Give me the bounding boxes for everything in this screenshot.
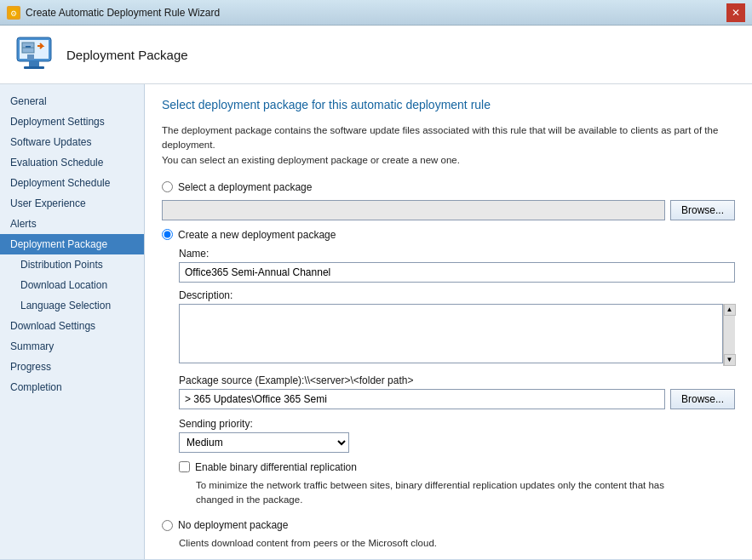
no-deploy-desc: Clients download content from peers or t…: [179, 538, 735, 548]
title-bar: ⚙ Create Automatic Deployment Rule Wizar…: [0, 0, 752, 26]
header-title: Deployment Package: [66, 48, 188, 62]
select-package-group: Select a deployment package Browse...: [162, 181, 735, 220]
sidebar-item-deployment-settings[interactable]: Deployment Settings: [0, 111, 144, 132]
description-label: Description:: [179, 289, 735, 301]
description-wrapper: ▲ ▼: [179, 304, 735, 366]
select-package-input-row: Browse...: [162, 200, 735, 220]
sidebar-item-evaluation-schedule[interactable]: Evaluation Schedule: [0, 152, 144, 173]
svg-rect-5: [24, 66, 44, 69]
sidebar-item-user-experience[interactable]: User Experience: [0, 193, 144, 214]
title-bar-left: ⚙ Create Automatic Deployment Rule Wizar…: [7, 6, 220, 20]
sidebar-item-general[interactable]: General: [0, 91, 144, 111]
create-package-group: Create a new deployment package Name: De…: [162, 229, 735, 508]
select-package-input[interactable]: [162, 200, 665, 220]
content-title: Select deployment package for this autom…: [162, 98, 735, 111]
sending-priority-label: Sending priority:: [179, 418, 735, 430]
header-icon: [14, 34, 55, 75]
header-area: Deployment Package: [0, 26, 752, 84]
title-bar-title: Create Automatic Deployment Rule Wizard: [26, 7, 220, 19]
no-deploy-row: No deployment package: [162, 519, 735, 531]
svg-rect-4: [29, 61, 39, 66]
sidebar-item-summary[interactable]: Summary: [0, 336, 144, 357]
binary-diff-desc: To minimize the network traffic between …: [196, 478, 735, 508]
create-package-label: Create a new deployment package: [178, 229, 336, 241]
sidebar-item-download-settings[interactable]: Download Settings: [0, 316, 144, 336]
textarea-scrollbar: ▲ ▼: [723, 304, 735, 366]
svg-text:⚙: ⚙: [10, 9, 17, 18]
sending-priority-select[interactable]: Low Medium High: [179, 432, 349, 453]
new-package-section: Name: Description: ▲ ▼ Package source (E…: [179, 248, 735, 508]
sidebar: General Deployment Settings Software Upd…: [0, 84, 145, 559]
no-deploy-label: No deployment package: [178, 519, 288, 531]
content-area: Select deployment package for this autom…: [145, 84, 752, 559]
main-layout: General Deployment Settings Software Upd…: [0, 84, 752, 559]
sidebar-item-progress[interactable]: Progress: [0, 357, 144, 377]
description-text: The deployment package contains the soft…: [162, 123, 735, 168]
name-input[interactable]: [179, 262, 735, 283]
sidebar-item-alerts[interactable]: Alerts: [0, 214, 144, 234]
sidebar-item-distribution-points[interactable]: Distribution Points: [0, 254, 144, 275]
binary-diff-row: Enable binary differential replication: [179, 461, 735, 473]
sidebar-item-deployment-package[interactable]: Deployment Package: [0, 234, 144, 254]
create-package-row: Create a new deployment package: [162, 229, 735, 241]
description-textarea[interactable]: [179, 304, 723, 363]
browse-button-1[interactable]: Browse...: [670, 200, 735, 220]
select-package-label: Select a deployment package: [178, 181, 312, 193]
package-source-label: Package source (Example):\\<server>\<fol…: [179, 374, 735, 386]
svg-rect-9: [27, 54, 34, 60]
scrollbar-down[interactable]: ▼: [724, 354, 736, 366]
browse-button-2[interactable]: Browse...: [670, 389, 735, 409]
package-source-row: Browse...: [179, 389, 735, 409]
create-package-radio[interactable]: [162, 229, 173, 240]
sidebar-item-download-location[interactable]: Download Location: [0, 275, 144, 295]
sidebar-item-deployment-schedule[interactable]: Deployment Schedule: [0, 173, 144, 193]
sidebar-item-language-selection[interactable]: Language Selection: [0, 295, 144, 316]
binary-diff-label: Enable binary differential replication: [195, 461, 357, 473]
scrollbar-up[interactable]: ▲: [724, 304, 736, 316]
sidebar-item-completion[interactable]: Completion: [0, 377, 144, 397]
sidebar-item-software-updates[interactable]: Software Updates: [0, 132, 144, 152]
close-button[interactable]: ✕: [726, 3, 745, 22]
no-deploy-section: No deployment package Clients download c…: [162, 519, 735, 548]
select-package-radio[interactable]: [162, 181, 173, 192]
package-source-input[interactable]: [179, 389, 665, 409]
app-icon: ⚙: [7, 6, 20, 20]
no-deploy-radio[interactable]: [162, 520, 173, 531]
name-label: Name:: [179, 248, 735, 260]
binary-diff-checkbox[interactable]: [179, 461, 190, 472]
select-package-row: Select a deployment package: [162, 181, 735, 193]
